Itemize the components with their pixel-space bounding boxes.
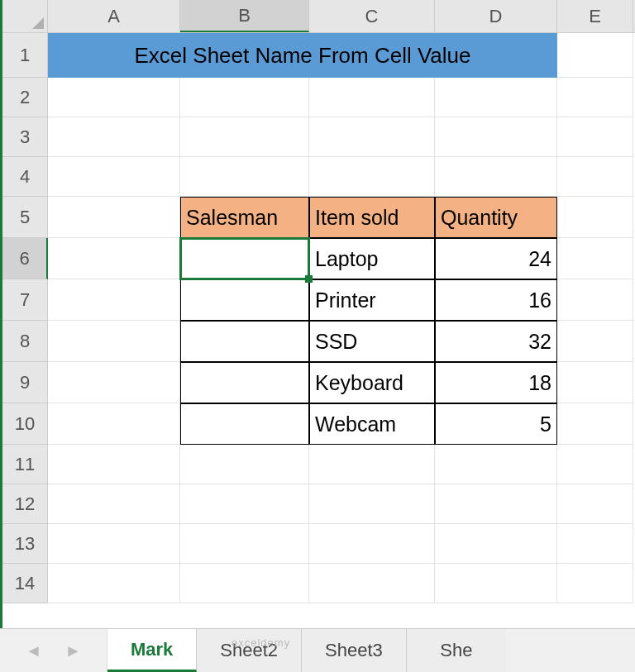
tab-nav-arrows[interactable]: ◄ ► (0, 629, 107, 672)
cell-C11[interactable] (309, 445, 435, 484)
sheet-tab-3[interactable]: Sheet3 (302, 629, 407, 672)
cell-A11[interactable] (48, 445, 180, 484)
row-header-6[interactable]: 6 (2, 238, 48, 279)
cell-B13[interactable] (180, 524, 309, 564)
row-header-8[interactable]: 8 (2, 321, 48, 362)
row-header-7[interactable]: 7 (2, 279, 48, 321)
cell-A13[interactable] (48, 524, 180, 564)
cell-E8[interactable] (557, 321, 633, 362)
cell-E3[interactable] (557, 117, 633, 157)
header-qty[interactable]: Quantity (435, 197, 557, 238)
sheet-tab-active[interactable]: Mark (107, 629, 197, 672)
cell-value: Excel Sheet Name From Cell Value (134, 43, 470, 69)
title-cell[interactable]: Excel Sheet Name From Cell Value (48, 33, 557, 78)
cell-E7[interactable] (557, 279, 633, 321)
cell-B7[interactable] (180, 279, 309, 321)
cell-B11[interactable] (180, 445, 309, 484)
fill-handle[interactable] (305, 275, 313, 283)
cell-B6[interactable] (180, 238, 309, 279)
cell-D14[interactable] (435, 564, 557, 603)
cell-B10[interactable] (180, 403, 309, 445)
cell-E11[interactable] (557, 445, 633, 484)
cell-B14[interactable] (180, 564, 309, 603)
cell-A7[interactable] (48, 279, 180, 321)
header-item[interactable]: Item sold (309, 197, 435, 238)
cell-C13[interactable] (309, 524, 435, 564)
cell-A14[interactable] (48, 564, 180, 603)
cell-value: Quantity (441, 206, 518, 230)
col-header-D[interactable]: D (435, 0, 557, 32)
cell-E4[interactable] (557, 157, 633, 197)
cell-E14[interactable] (557, 564, 633, 603)
cell-value: Keyboard (315, 371, 403, 395)
cell-B12[interactable] (180, 484, 309, 524)
cell-D12[interactable] (435, 484, 557, 524)
row-header-4[interactable]: 4 (2, 157, 48, 197)
cell-A8[interactable] (48, 321, 180, 362)
cell-C4[interactable] (309, 157, 435, 197)
cell-A9[interactable] (48, 362, 180, 403)
cell-A4[interactable] (48, 157, 180, 197)
cell-E1[interactable] (557, 33, 633, 78)
cell-B9[interactable] (180, 362, 309, 403)
cell-B8[interactable] (180, 321, 309, 362)
cell-D11[interactable] (435, 445, 557, 484)
cell-A2[interactable] (48, 78, 180, 117)
row-header-3[interactable]: 3 (2, 117, 48, 157)
cell-item-1[interactable]: Printer (309, 279, 435, 321)
row-header-12[interactable]: 12 (2, 484, 48, 524)
col-header-E[interactable]: E (557, 0, 633, 32)
cell-qty-1[interactable]: 16 (435, 279, 557, 321)
cell-A6[interactable] (48, 238, 180, 279)
cell-E12[interactable] (557, 484, 633, 524)
cell-D2[interactable] (435, 78, 557, 117)
cell-qty-4[interactable]: 5 (435, 403, 557, 445)
cell-item-4[interactable]: Webcam (309, 403, 435, 445)
cell-D4[interactable] (435, 157, 557, 197)
cell-item-2[interactable]: SSD (309, 321, 435, 362)
cell-item-3[interactable]: Keyboard (309, 362, 435, 403)
cell-E13[interactable] (557, 524, 633, 564)
col-header-B[interactable]: B (180, 0, 309, 32)
sheet-tab-label: Mark (131, 639, 173, 660)
cell-qty-0[interactable]: 24 (435, 238, 557, 279)
cell-D13[interactable] (435, 524, 557, 564)
cell-C12[interactable] (309, 484, 435, 524)
cell-E2[interactable] (557, 78, 633, 117)
cell-A3[interactable] (48, 117, 180, 157)
cell-B2[interactable] (180, 78, 309, 117)
col-header-C[interactable]: C (309, 0, 435, 32)
cell-qty-3[interactable]: 18 (435, 362, 557, 403)
cell-C3[interactable] (309, 117, 435, 157)
cell-E10[interactable] (557, 403, 633, 445)
row-header-1[interactable]: 1 (2, 33, 48, 78)
cell-C14[interactable] (309, 564, 435, 603)
cell-D3[interactable] (435, 117, 557, 157)
cell-A5[interactable] (48, 197, 180, 238)
cell-C2[interactable] (309, 78, 435, 117)
cell-qty-2[interactable]: 32 (435, 321, 557, 362)
col-header-A[interactable]: A (48, 0, 180, 32)
row-header-10[interactable]: 10 (2, 403, 48, 445)
sheet-tab-4[interactable]: She (407, 629, 506, 672)
tab-prev-icon: ◄ (26, 641, 42, 660)
cell-value: 18 (528, 371, 551, 395)
row-header-11[interactable]: 11 (2, 445, 48, 484)
header-salesman[interactable]: Salesman (180, 197, 309, 238)
select-all-corner[interactable] (2, 0, 48, 33)
cell-A12[interactable] (48, 484, 180, 524)
cell-B4[interactable] (180, 157, 309, 197)
cell-E6[interactable] (557, 238, 633, 279)
row-header-5[interactable]: 5 (2, 197, 48, 238)
cell-A10[interactable] (48, 403, 180, 445)
row-header-13[interactable]: 13 (2, 524, 48, 564)
row-header-2[interactable]: 2 (2, 78, 48, 117)
cell-E9[interactable] (557, 362, 633, 403)
cell-E5[interactable] (557, 197, 633, 238)
cell-item-0[interactable]: Laptop (309, 238, 435, 279)
cell-B3[interactable] (180, 117, 309, 157)
worksheet-area: ABCDE 1234567891011121314 Excel Sheet Na… (0, 0, 635, 628)
row-header-9[interactable]: 9 (2, 362, 48, 403)
sheet-tab-2[interactable]: Sheet2 (197, 629, 302, 672)
row-header-14[interactable]: 14 (2, 564, 48, 603)
